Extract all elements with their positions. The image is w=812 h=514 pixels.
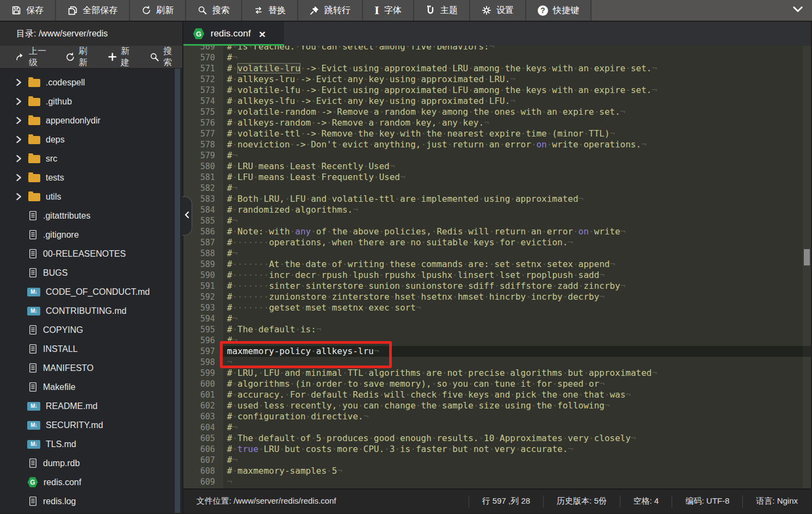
code-line-602[interactable]: 602#·used·less·recently,·you·can·change·… — [183, 400, 811, 411]
sidebar-new-button[interactable]: 新建 — [101, 46, 140, 69]
sidebar-refresh-button[interactable]: 刷新 — [59, 46, 98, 69]
code-line-577[interactable]: 577#·volatile-ttl·->·Remove·the·key·with… — [183, 128, 811, 139]
code-line-603[interactable]: 603#·configuration·directive.¬ — [183, 411, 811, 422]
chevron-right-icon — [15, 193, 23, 201]
code-line-595[interactable]: 595#·The·default·is:¬ — [183, 324, 811, 335]
code-line-597[interactable]: 597maxmemory-policy·allkeys-lru¬ — [183, 346, 811, 357]
goto-line-button[interactable]: 跳转行 — [298, 0, 363, 21]
tree-file-CODE_OF_CONDUCT.md[interactable]: M↓CODE_OF_CONDUCT.md — [0, 282, 182, 301]
tree-folder-github[interactable]: .github — [0, 92, 182, 111]
tab-redis-conf[interactable]: G redis.conf × — [183, 22, 284, 46]
close-icon[interactable]: × — [259, 28, 266, 40]
font-button[interactable]: I字体 — [363, 0, 414, 21]
code-line-591[interactable]: 591#·······sinter·sinterstore·sunion·sun… — [183, 281, 811, 292]
theme-button[interactable]: 主题 — [414, 0, 470, 21]
line-number: 595 — [183, 324, 223, 335]
tree-file-CONTRIBUTING.md[interactable]: M↓CONTRIBUTING.md — [0, 301, 182, 320]
status-item-1[interactable]: 历史版本: 5份 — [543, 496, 620, 507]
sidebar-up-level-button[interactable]: 上一级 — [9, 46, 56, 69]
tree-folder-appendonlydir[interactable]: appendonlydir — [0, 111, 182, 130]
code-line-604[interactable]: 604#¬ — [183, 422, 811, 433]
tree-file-SECURITY.md[interactable]: M↓SECURITY.md — [0, 416, 182, 435]
markdown-icon: M↓ — [27, 402, 40, 411]
code-line-576[interactable]: 576#·allkeys-random·->·Remove·a·random·k… — [183, 117, 811, 128]
code-line-598[interactable]: 598¬ — [183, 357, 811, 368]
status-item-0[interactable]: 行 597 ,列 28 — [469, 496, 543, 507]
code-line-590[interactable]: 590#·······incr·decr·rpush·lpush·rpushx·… — [183, 270, 811, 281]
code-line-601[interactable]: 601#·accuracy.·For·default·Redis·will·ch… — [183, 389, 811, 400]
code-line-581[interactable]: 581#·LFU·means·Least·Frequently·Used¬ — [183, 172, 811, 183]
code-line-608[interactable]: 608#·maxmemory-samples·5¬ — [183, 466, 811, 476]
code-line-575[interactable]: 575#·volatile-random·->·Remove·a·random·… — [183, 107, 811, 117]
code-line-579[interactable]: 579#¬ — [183, 150, 811, 161]
tree-folder-utils[interactable]: utils — [0, 187, 182, 206]
eol-mark: ¬ — [599, 270, 605, 280]
tree-file-MANIFESTO[interactable]: MANIFESTO — [0, 358, 182, 377]
editor-scrollbar[interactable] — [803, 46, 811, 488]
code-line-589[interactable]: 589#·······At·the·date·of·writing·these·… — [183, 259, 811, 270]
code-line-607[interactable]: 607#¬ — [183, 455, 811, 466]
tree-file-COPYING[interactable]: COPYING — [0, 320, 182, 339]
save-all-button[interactable]: 全部保存 — [56, 0, 130, 21]
code-line-588[interactable]: 588#¬ — [183, 248, 811, 259]
code-line-569[interactable]: 569#·is·reached.·You·can·select·among·fi… — [183, 46, 811, 52]
code-line-606[interactable]: 606#·true·LRU·but·costs·more·CPU.·3·is·f… — [183, 444, 811, 455]
file-icon — [28, 325, 38, 335]
tree-file-TLS.md[interactable]: M↓TLS.md — [0, 435, 182, 454]
eol-mark: ¬ — [227, 357, 232, 367]
code-editor[interactable]: 569#·is·reached.·You·can·select·among·fi… — [183, 46, 811, 488]
code-line-596[interactable]: 596#¬ — [183, 335, 811, 346]
code-line-583[interactable]: 583#·Both·LRU,·LFU·and·volatile-ttl·are·… — [183, 194, 811, 205]
file-name: 00-RELEASENOTES — [43, 249, 126, 259]
tree-file-redis.log[interactable]: redis.log — [0, 492, 182, 511]
sidebar-scrollbar[interactable] — [175, 69, 180, 513]
shortcuts-button[interactable]: ?快捷键 — [526, 0, 592, 21]
code-line-571[interactable]: 571#·volatile-lru·->·Evict·using·approxi… — [183, 63, 811, 74]
code-line-587[interactable]: 587#·······operations,·when·there·are·no… — [183, 237, 811, 248]
eol-mark: ¬ — [484, 117, 489, 128]
code-line-586[interactable]: 586#·Note:·with·any·of·the·above·policie… — [183, 226, 811, 237]
tree-file-00-RELEASENOTES[interactable]: 00-RELEASENOTES — [0, 244, 182, 263]
code-line-592[interactable]: 592#·······zunionstore·zinterstore·hset·… — [183, 292, 811, 302]
code-line-599[interactable]: 599#·LRU,·LFU·and·minimal·TTL·algorithms… — [183, 368, 811, 379]
tree-file-gitignore[interactable]: .gitignore — [0, 225, 182, 244]
toolbar-collapse-button[interactable] — [791, 0, 804, 21]
code-line-600[interactable]: 600#·algorithms·(in·order·to·save·memory… — [183, 379, 811, 389]
sidebar-collapse-handle[interactable] — [182, 196, 192, 236]
code-line-594[interactable]: 594#¬ — [183, 313, 811, 324]
code-line-572[interactable]: 572#·allkeys-lru·->·Evict·any·key·using·… — [183, 74, 811, 85]
status-item-3[interactable]: 编码: UTF-8 — [672, 496, 742, 507]
tree-file-BUGS[interactable]: BUGS — [0, 263, 182, 282]
code-line-609[interactable]: 609¬ — [183, 476, 811, 487]
sidebar-search-button[interactable]: 搜索 — [143, 46, 182, 69]
tree-file-redis.conf[interactable]: Gredis.conf — [0, 473, 182, 492]
status-item-2[interactable]: 空格: 4 — [620, 496, 672, 507]
tree-file-dump.rdb[interactable]: dump.rdb — [0, 454, 182, 473]
code-line-584[interactable]: 584#·randomized·algorithms.¬ — [183, 205, 811, 215]
tree-folder-deps[interactable]: deps — [0, 130, 182, 149]
code-line-574[interactable]: 574#·allkeys-lfu·->·Evict·any·key·using·… — [183, 96, 811, 107]
tree-file-Makefile[interactable]: Makefile — [0, 377, 182, 397]
code-line-605[interactable]: 605#·The·default·of·5·produces·good·enou… — [183, 433, 811, 444]
tree-file-INSTALL[interactable]: INSTALL — [0, 339, 182, 358]
status-item-4[interactable]: 语言: Nginx — [742, 496, 811, 507]
tree-folder-src[interactable]: src — [0, 149, 182, 168]
tree-file-README.md[interactable]: M↓README.md — [0, 397, 182, 416]
tree-file-gitattributes[interactable]: .gitattributes — [0, 206, 182, 225]
code-line-578[interactable]: 578#·noeviction·->·Don't·evict·anything,… — [183, 139, 811, 150]
search-button[interactable]: 搜索 — [186, 0, 242, 21]
tree-folder-tests[interactable]: tests — [0, 168, 182, 187]
code-line-573[interactable]: 573#·volatile-lfu·->·Evict·using·approxi… — [183, 85, 811, 96]
settings-button[interactable]: 设置 — [470, 0, 526, 21]
replace-button[interactable]: 替换 — [242, 0, 298, 21]
refresh-button[interactable]: 刷新 — [130, 0, 186, 21]
code-line-580[interactable]: 580#·LRU·means·Least·Recently·Used¬ — [183, 161, 811, 172]
code-line-585[interactable]: 585#¬ — [183, 215, 811, 226]
code-line-570[interactable]: 570#¬ — [183, 52, 811, 63]
code-line-582[interactable]: 582#¬ — [183, 183, 811, 194]
save-button[interactable]: 保存 — [0, 0, 56, 21]
code-line-593[interactable]: 593#·······getset·mset·msetnx·exec·sort¬ — [183, 302, 811, 313]
line-text: #¬ — [223, 215, 811, 226]
tree-folder-codespell[interactable]: .codespell — [0, 73, 182, 92]
editor-scrollbar-thumb[interactable] — [804, 249, 810, 265]
